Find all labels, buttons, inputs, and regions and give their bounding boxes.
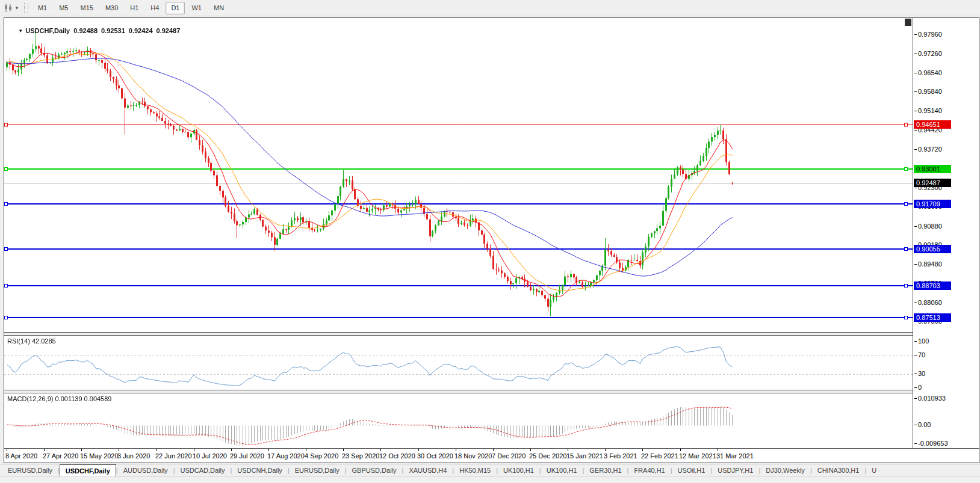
timeframe-buttons: M1M5M15M30H1H4D1W1MN (32, 2, 230, 14)
date-axis-tickmark (568, 449, 568, 451)
chart-shift-marker[interactable] (905, 19, 911, 26)
current-price-label: 0.92487 (914, 179, 951, 187)
date-axis-label: 22 Jun 2020 (155, 452, 192, 460)
timeframe-button-mn[interactable]: MN (208, 2, 229, 14)
level-price-label: 0.88703 (914, 281, 951, 290)
timeframe-button-m30[interactable]: M30 (100, 2, 123, 14)
price-axis-tick: 0.88060 (918, 299, 942, 307)
rsi-label: RSI(14) 42.0285 (7, 337, 56, 345)
date-axis-tickmark (456, 449, 456, 451)
date-axis-label: 18 Nov 2020 (454, 452, 492, 460)
price-axis-tick: 0.97960 (918, 31, 942, 38)
symbol-tab-dj30-weekly[interactable]: DJ30,Weekly (760, 464, 810, 476)
timeframe-button-m15[interactable]: M15 (75, 2, 98, 14)
date-axis-tickmark (157, 449, 157, 451)
price-axis-tick: 0.97260 (918, 50, 942, 58)
symbol-tab-uk100-h1[interactable]: UK100,H1 (541, 464, 583, 476)
date-axis-label: 4 Sep 2020 (305, 452, 338, 460)
symbol-tab-usoil-h1[interactable]: USOil,H1 (672, 464, 711, 476)
rsi-axis-tick: 100 (918, 337, 929, 345)
date-axis-tickmark (119, 449, 119, 451)
symbol-tabbar: EURUSD,Daily|USDCHF,Daily|AUDUSD,Daily|U… (0, 464, 980, 476)
date-axis-label: 3 Feb 2021 (604, 452, 637, 460)
symbol-tab-china300-h1[interactable]: CHINA300,H1 (812, 464, 865, 476)
date-axis-label: 10 Jul 2020 (193, 452, 227, 460)
macd-axis-tick: -0.009653 (918, 440, 948, 448)
date-axis-label: 3 Jun 2020 (117, 452, 150, 460)
price-axis-tick: 0.93720 (918, 146, 942, 153)
timeframe-button-h4[interactable]: H4 (145, 2, 164, 14)
symbol-tab-xauusd-h4[interactable]: XAUUSD,H4 (403, 464, 452, 476)
symbol-tab-audusd-daily[interactable]: AUDUSD,Daily (118, 464, 173, 476)
date-axis-tickmark (605, 449, 606, 451)
level-price-label: 0.87513 (914, 313, 951, 322)
level-price-label: 0.90055 (914, 245, 951, 253)
timeframe-button-d1[interactable]: D1 (166, 2, 185, 14)
chart-window: ▼USDCHF,Daily0.924880.925310.924240.9248… (4, 17, 979, 463)
date-axis-tickmark (680, 449, 681, 451)
symbol-tab-usdjpy-h1[interactable]: USDJPY,H1 (712, 464, 758, 476)
toolbar-grip-handle[interactable] (24, 3, 28, 13)
rsi-axis-tick: 70 (918, 351, 925, 359)
rsi-axis-tick: 30 (918, 370, 925, 378)
chart-type-dropdown-icon[interactable]: ▼ (14, 5, 19, 11)
price-chart-canvas[interactable] (4, 18, 913, 448)
date-axis-tickmark (231, 449, 232, 451)
symbol-tab-hk50-m15[interactable]: HK50,M15 (454, 464, 496, 476)
date-axis-tickmark (44, 449, 45, 451)
date-axis-label: 27 Apr 2020 (43, 452, 78, 460)
price-axis: 0.979600.972600.965400.958400.951400.944… (913, 18, 979, 448)
date-axis-label: 22 Feb 2021 (641, 452, 678, 460)
symbol-tab-usdcnh-daily[interactable]: USDCNH,Daily (232, 464, 288, 476)
date-axis-tickmark (343, 449, 344, 451)
collapse-chart-icon[interactable]: ▼ (18, 28, 23, 34)
date-axis-tickmark (306, 449, 306, 451)
pane-splitter-rsi[interactable] (4, 332, 979, 336)
status-bar (0, 476, 980, 483)
symbol-tab-ger30-h1[interactable]: GER30,H1 (584, 464, 627, 476)
date-axis-tickmark (493, 449, 494, 451)
timeframe-button-m5[interactable]: M5 (54, 2, 73, 14)
date-axis-tickmark (268, 449, 269, 451)
price-axis-tick: 0.89480 (918, 260, 942, 268)
symbol-tab-eurusd-daily[interactable]: EURUSD,Daily (290, 464, 345, 476)
symbol-tab-usdcad-daily[interactable]: USDCAD,Daily (175, 464, 230, 476)
pane-splitter-macd[interactable] (4, 390, 979, 393)
symbol-tab-usdchf-daily[interactable]: USDCHF,Daily (60, 464, 116, 476)
price-axis-tick: 0.96540 (918, 69, 942, 77)
timeframe-button-w1[interactable]: W1 (186, 2, 207, 14)
symbol-tab-fra40-h1[interactable]: FRA40,H1 (628, 464, 670, 476)
timeframe-button-h1[interactable]: H1 (125, 2, 144, 14)
timeframe-button-m1[interactable]: M1 (33, 2, 52, 14)
chart-header: ▼USDCHF,Daily0.924880.925310.924240.9248… (7, 20, 180, 42)
macd-axis-tick: 0.010933 (918, 395, 946, 402)
date-axis-label: 7 Dec 2020 (492, 452, 526, 460)
date-axis-label: 8 Apr 2020 (5, 452, 37, 460)
date-axis-tickmark (194, 449, 194, 451)
date-axis-tickmark (418, 449, 419, 451)
date-axis-label: 15 Jan 2021 (566, 452, 603, 460)
symbol-tab-u[interactable]: U (866, 464, 882, 476)
symbol-tab-uk100-h1[interactable]: UK100,H1 (498, 464, 539, 476)
candlestick-chart-icon[interactable] (3, 3, 14, 13)
symbol-tab-eurusd-daily[interactable]: EURUSD,Daily (2, 464, 58, 476)
date-axis-tickmark (81, 449, 82, 451)
ohlc-high: 0.92531 (101, 27, 125, 34)
ohlc-open: 0.92488 (73, 27, 98, 34)
date-axis-label: 12 Mar 2021 (679, 452, 716, 460)
macd-axis-tick: 0.00 (918, 421, 931, 429)
symbol-tab-gbpusd-daily[interactable]: GBPUSD,Daily (347, 464, 402, 476)
mt4-application: ▼ M1M5M15M30H1H4D1W1MN ▼USDCHF,Daily0.92… (0, 0, 980, 483)
date-axis-label: 29 Jul 2020 (230, 452, 264, 460)
date-axis-tickmark (718, 449, 718, 451)
rsi-axis-tick: 0 (918, 384, 922, 392)
date-axis-label: 30 Oct 2020 (417, 452, 453, 460)
level-price-label: 0.93001 (914, 165, 951, 173)
date-axis-tickmark (7, 449, 7, 451)
level-price-label: 0.94651 (914, 120, 951, 129)
date-axis: 8 Apr 202027 Apr 202015 May 20203 Jun 20… (4, 448, 979, 463)
ohlc-close: 0.92487 (157, 27, 181, 34)
date-axis-tickmark (380, 449, 381, 451)
chart-symbol-label: USDCHF,Daily (25, 27, 70, 34)
price-axis-tick: 0.95840 (918, 88, 942, 96)
